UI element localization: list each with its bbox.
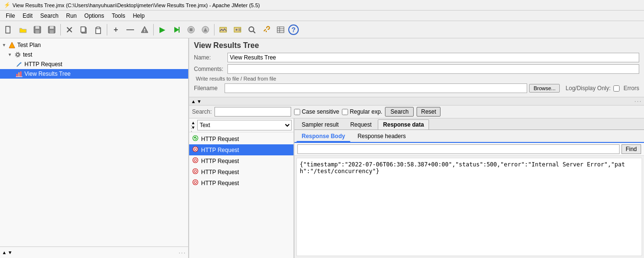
start-button[interactable]: ▶ — [156, 23, 169, 36]
test-plan-icon — [9, 42, 15, 48]
remove-button[interactable]: — — [124, 23, 137, 36]
open-button[interactable] — [16, 23, 30, 36]
svg-line-26 — [253, 31, 255, 33]
tab-response-data[interactable]: Response data — [378, 119, 429, 129]
comments-input[interactable] — [227, 64, 639, 74]
menu-edit[interactable]: Edit — [19, 12, 36, 20]
svg-line-35 — [17, 63, 21, 66]
response-content: {"timestamp":"2022-07-06T06:30:58.387+00… — [296, 158, 642, 256]
tree-item-test[interactable]: ▼ test — [0, 50, 188, 59]
shutdown-button[interactable] — [199, 23, 212, 36]
svg-point-25 — [249, 27, 254, 32]
collapse-down-arrow[interactable]: ▼ — [8, 250, 12, 255]
results-up-arrow[interactable]: ▲ — [191, 121, 195, 125]
errors-label: Errors — [623, 85, 639, 92]
find-button[interactable]: Find — [621, 144, 641, 154]
vrt-header: View Results Tree Name: Comments: Write … — [189, 38, 644, 97]
svg-rect-38 — [16, 74, 18, 77]
reset-button[interactable]: Reset — [417, 107, 440, 117]
chevron-down-icon: ▼ — [2, 43, 6, 47]
filename-input[interactable] — [225, 83, 527, 93]
pencil-icon — [16, 61, 23, 68]
menu-file[interactable]: File — [2, 12, 19, 20]
text-select[interactable]: Text RegExp Tester CSS/JQuery Tester XPa… — [197, 120, 292, 130]
help-button[interactable]: ? — [288, 24, 299, 35]
search-down-arrow[interactable]: ▼ — [197, 99, 202, 104]
menu-run[interactable]: Run — [62, 12, 80, 20]
tree-item-http-request-label: HTTP Request — [24, 61, 62, 68]
svg-rect-2 — [35, 26, 39, 29]
tree-item-http-request[interactable]: HTTP Request — [0, 59, 188, 69]
tree-item-view-results-tree-label: View Results Tree — [24, 70, 71, 77]
list-button[interactable] — [274, 23, 287, 36]
toolbar: + — ▶ ? — [0, 21, 644, 38]
result-item-5[interactable]: HTTP Request — [189, 177, 294, 188]
vrt-title: View Results Tree — [194, 41, 639, 50]
search-dots: ··· — [634, 98, 642, 105]
search-collapse-bar: ▲ ▼ ··· — [189, 97, 644, 105]
svg-point-15 — [144, 31, 145, 32]
name-input[interactable] — [227, 53, 639, 62]
dots-icon: ··· — [179, 249, 186, 256]
menu-tools[interactable]: Tools — [108, 12, 129, 20]
success-icon-1 — [192, 135, 199, 143]
img1-button[interactable] — [216, 23, 230, 36]
collapse-up-arrow[interactable]: ▲ — [2, 250, 7, 255]
find-bar: Find — [294, 143, 644, 156]
cut-button[interactable] — [63, 23, 76, 36]
result-item-2[interactable]: HTTP Request — [189, 144, 294, 155]
result-item-4[interactable]: HTTP Request — [189, 166, 294, 177]
tree-item-view-results-tree[interactable]: View Results Tree — [0, 69, 188, 79]
case-sensitive-checkbox[interactable] — [294, 109, 300, 115]
regular-exp-checkbox[interactable] — [342, 109, 348, 115]
result-item-3[interactable]: HTTP Request — [189, 155, 294, 166]
result-item-1[interactable]: HTTP Request — [189, 133, 294, 144]
tab-request[interactable]: Request — [345, 119, 377, 129]
start-no-pause-button[interactable] — [170, 23, 183, 36]
case-sensitive-label: Case sensitive — [294, 108, 339, 115]
content-area: ▲ ▼ Text RegExp Tester CSS/JQuery Tester… — [189, 118, 644, 258]
subtab-response-headers[interactable]: Response headers — [352, 131, 411, 142]
new-button[interactable] — [2, 23, 15, 36]
svg-rect-12 — [97, 27, 100, 29]
svg-marker-32 — [9, 42, 15, 48]
subtab-response-body[interactable]: Response Body — [296, 131, 350, 142]
search-label: Search: — [192, 108, 212, 115]
write-results-label: Write results to file / Read from file — [194, 76, 639, 82]
copy-button[interactable] — [77, 23, 90, 36]
save-template-button[interactable] — [31, 23, 44, 36]
left-panel-bottom: ▲ ▼ ··· — [0, 246, 188, 258]
key-button[interactable] — [260, 23, 273, 36]
svg-rect-3 — [35, 30, 39, 33]
find-input[interactable] — [297, 144, 620, 154]
title-icon: ⚡ — [4, 2, 11, 8]
paste-button[interactable] — [91, 23, 105, 36]
search-input[interactable] — [215, 107, 291, 117]
svg-point-24 — [236, 29, 237, 31]
browse-button[interactable]: Browse... — [529, 84, 560, 93]
main-area: ▼ Test Plan ▼ test HTTP Request — [0, 38, 644, 258]
error-icon-2 — [192, 146, 199, 154]
comments-label: Comments: — [194, 66, 227, 72]
add-button[interactable]: + — [109, 23, 123, 36]
img2-button[interactable] — [231, 23, 244, 36]
tree-item-test-plan[interactable]: ▼ Test Plan — [0, 40, 188, 50]
resize-handle[interactable]: ··· — [189, 125, 196, 133]
clear-button[interactable] — [138, 23, 151, 36]
save-button[interactable] — [45, 23, 58, 36]
title-bar: ⚡ View Results Tree.jmx (C:\Users\hanyuh… — [0, 0, 644, 11]
results-list: ▲ ▼ Text RegExp Tester CSS/JQuery Tester… — [189, 118, 294, 258]
menu-search[interactable]: Search — [36, 12, 62, 20]
search-toolbar-button[interactable] — [245, 23, 259, 36]
menu-help[interactable]: Help — [129, 12, 148, 20]
search-button[interactable]: Search — [385, 107, 414, 117]
stop-button[interactable] — [184, 23, 198, 36]
svg-rect-28 — [277, 27, 284, 33]
search-bar: Search: Case sensitive Regular exp. Sear… — [189, 105, 644, 118]
svg-rect-27 — [266, 31, 267, 32]
tab-sampler-result[interactable]: Sampler result — [296, 119, 344, 129]
menu-options[interactable]: Options — [80, 12, 108, 20]
search-up-arrow[interactable]: ▲ — [191, 99, 196, 104]
svg-point-33 — [16, 53, 19, 56]
log-display-checkbox[interactable] — [613, 85, 620, 92]
